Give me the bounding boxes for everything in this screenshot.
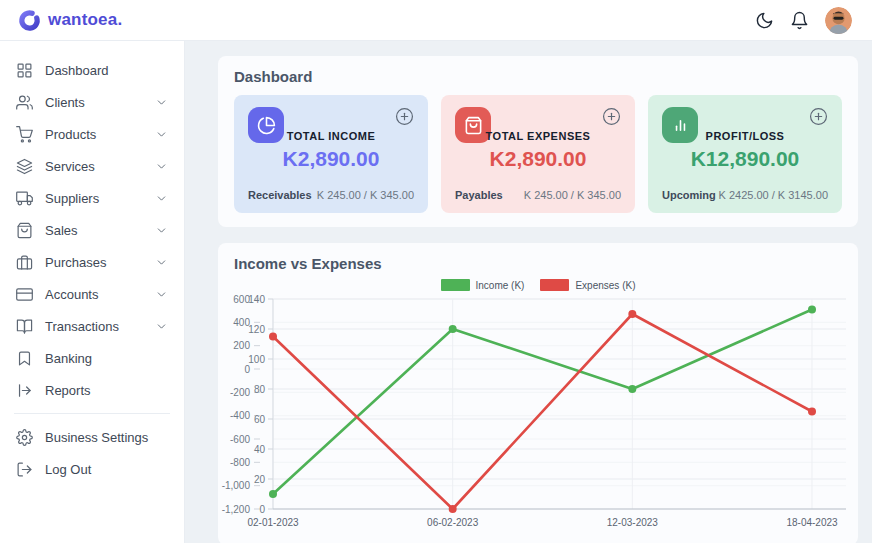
card-title: TOTAL INCOME <box>248 130 414 142</box>
users-icon <box>16 94 33 111</box>
credit-card-icon <box>16 286 33 303</box>
sidebar-item-label: Clients <box>45 95 85 110</box>
svg-text:-1,000: -1,000 <box>222 480 251 491</box>
sidebar-item-dashboard[interactable]: Dashboard <box>0 54 184 86</box>
sidebar-item-label: Services <box>45 159 95 174</box>
sidebar: DashboardClientsProductsServicesSupplier… <box>0 41 185 543</box>
card-total-income: TOTAL INCOMEK2,890.00ReceivablesK 245.00… <box>234 95 428 213</box>
svg-text:02-01-2023: 02-01-2023 <box>247 517 299 528</box>
svg-text:60: 60 <box>254 414 266 425</box>
top-header: wantoea. <box>0 0 872 41</box>
truck-icon <box>16 190 33 207</box>
sidebar-item-sales[interactable]: Sales <box>0 214 184 246</box>
sidebar-item-clients[interactable]: Clients <box>0 86 184 118</box>
legend-item-expenses-k[interactable]: Expenses (K) <box>540 279 635 291</box>
sidebar-item-banking[interactable]: Banking <box>0 342 184 374</box>
card-footer-label: Upcoming <box>662 189 716 201</box>
card-add-button[interactable] <box>809 107 828 126</box>
sidebar-item-products[interactable]: Products <box>0 118 184 150</box>
legend-swatch <box>540 279 569 291</box>
card-amount: K2,890.00 <box>248 147 414 171</box>
sidebar-item-label: Transactions <box>45 319 119 334</box>
svg-text:06-02-2023: 06-02-2023 <box>427 517 479 528</box>
card-footer-value: K 245.00 / K 345.00 <box>524 189 621 201</box>
sidebar-item-label: Banking <box>45 351 92 366</box>
chevron-down-icon <box>155 192 168 205</box>
card-add-button[interactable] <box>602 107 621 126</box>
svg-text:20: 20 <box>254 474 266 485</box>
sidebar-item-label: Products <box>45 127 96 142</box>
sidebar-item-label: Sales <box>45 223 78 238</box>
report-icon <box>16 382 33 399</box>
svg-text:140: 140 <box>248 294 265 305</box>
card-title: PROFIT/LOSS <box>662 130 828 142</box>
legend-swatch <box>441 279 470 291</box>
card-footer-value: K 245.00 / K 345.00 <box>317 189 414 201</box>
card-profit-loss: PROFIT/LOSSK12,890.00UpcomingK 2425.00 /… <box>648 95 842 213</box>
card-footer-label: Payables <box>455 189 503 201</box>
sidebar-item-label: Suppliers <box>45 191 99 206</box>
sidebar-item-purchases[interactable]: Purchases <box>0 246 184 278</box>
legend-item-income-k[interactable]: Income (K) <box>441 279 525 291</box>
grid-icon <box>16 62 33 79</box>
gear-icon <box>16 429 33 446</box>
card-total-expenses: TOTAL EXPENSESK2,890.00PayablesK 245.00 … <box>441 95 635 213</box>
chevron-down-icon <box>155 320 168 333</box>
sidebar-item-transactions[interactable]: Transactions <box>0 310 184 342</box>
chart-title: Income vs Expenses <box>234 255 842 272</box>
sidebar-divider <box>14 413 170 414</box>
card-title: TOTAL EXPENSES <box>455 130 621 142</box>
svg-text:-800: -800 <box>230 457 250 468</box>
card-add-button[interactable] <box>395 107 414 126</box>
dashboard-panel: Dashboard TOTAL INCOMEK2,890.00Receivabl… <box>218 56 858 227</box>
svg-text:12-03-2023: 12-03-2023 <box>607 517 659 528</box>
sidebar-item-log-out[interactable]: Log Out <box>0 453 184 485</box>
svg-text:-600: -600 <box>230 434 250 445</box>
svg-text:-400: -400 <box>230 410 250 421</box>
dark-mode-toggle[interactable] <box>755 10 775 30</box>
income-expenses-chart: 6004002000-200-400-600-800-1,000-1,20014… <box>218 293 858 543</box>
card-footer-label: Receivables <box>248 189 312 201</box>
sidebar-item-label: Accounts <box>45 287 98 302</box>
sidebar-item-services[interactable]: Services <box>0 150 184 182</box>
briefcase-icon <box>16 254 33 271</box>
chevron-down-icon <box>155 128 168 141</box>
svg-text:0: 0 <box>244 364 250 375</box>
sidebar-item-label: Reports <box>45 383 91 398</box>
svg-text:0: 0 <box>259 504 265 515</box>
svg-text:120: 120 <box>248 324 265 335</box>
brand-logo[interactable]: wantoea. <box>18 9 122 32</box>
moon-icon <box>755 11 774 30</box>
svg-text:18-04-2023: 18-04-2023 <box>786 517 838 528</box>
legend-label: Income (K) <box>476 280 525 291</box>
chevron-down-icon <box>155 224 168 237</box>
sidebar-item-label: Purchases <box>45 255 106 270</box>
svg-text:100: 100 <box>248 354 265 365</box>
card-amount: K12,890.00 <box>662 147 828 171</box>
cart-icon <box>16 126 33 143</box>
sidebar-item-label: Log Out <box>45 462 91 477</box>
chevron-down-icon <box>155 160 168 173</box>
sidebar-item-reports[interactable]: Reports <box>0 374 184 406</box>
chevron-down-icon <box>155 96 168 109</box>
sidebar-item-label: Dashboard <box>45 63 109 78</box>
svg-text:80: 80 <box>254 384 266 395</box>
bookmark-icon <box>16 350 33 367</box>
book-open-icon <box>16 318 33 335</box>
sidebar-item-label: Business Settings <box>45 430 148 445</box>
sidebar-item-suppliers[interactable]: Suppliers <box>0 182 184 214</box>
brand-logo-icon <box>18 9 41 32</box>
dashboard-panel-title: Dashboard <box>234 68 842 85</box>
notifications-button[interactable] <box>790 10 810 30</box>
chart-panel: Income vs Expenses Income (K)Expenses (K… <box>218 243 858 543</box>
avatar[interactable] <box>825 7 852 34</box>
sidebar-item-business-settings[interactable]: Business Settings <box>0 421 184 453</box>
card-amount: K2,890.00 <box>455 147 621 171</box>
brand-name: wantoea. <box>48 10 122 30</box>
bell-icon <box>790 11 809 30</box>
chevron-down-icon <box>155 288 168 301</box>
svg-text:-1,200: -1,200 <box>222 504 251 515</box>
sidebar-item-accounts[interactable]: Accounts <box>0 278 184 310</box>
svg-text:40: 40 <box>254 444 266 455</box>
chart-legend: Income (K)Expenses (K) <box>218 279 858 291</box>
